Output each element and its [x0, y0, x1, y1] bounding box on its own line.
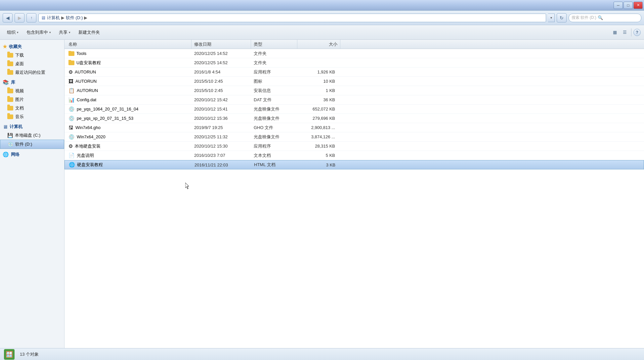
title-bar: ─ □ ✕: [0, 0, 644, 11]
file-date-cell: 2019/9/7 19:25: [192, 125, 251, 130]
sidebar-item-download[interactable]: 下载: [0, 51, 64, 60]
sidebar-item-drive-d[interactable]: 💿 软件 (D:): [0, 140, 64, 149]
sidebar-item-drive-c[interactable]: 💾 本地磁盘 (C:): [0, 131, 64, 140]
sidebar-network-header[interactable]: 🌐 网络: [0, 150, 64, 159]
file-name-cell: Tools: [66, 51, 192, 56]
organize-label: 组织: [7, 29, 16, 35]
pictures-label: 图片: [15, 97, 24, 103]
col-header-size[interactable]: 大小: [297, 40, 340, 49]
column-headers: 名称 修改日期 类型 大小: [64, 40, 644, 49]
sidebar-item-recent[interactable]: 最近访问的位置: [0, 68, 64, 77]
table-row[interactable]: 📄 光盘说明 2016/10/23 7:07 文本文档 5 KB: [64, 151, 644, 160]
download-label: 下载: [15, 52, 24, 58]
sidebar-favorites-section: ★ 收藏夹 下载 桌面 最近访问的位置: [0, 42, 64, 77]
drive-d-label: 软件 (D:): [15, 141, 32, 147]
new-folder-label: 新建文件夹: [78, 29, 100, 35]
table-row[interactable]: 💿 Win7x64_2020 2020/12/25 11:32 光盘映像文件 3…: [64, 132, 644, 142]
file-name: 本地硬盘安装: [75, 143, 101, 149]
table-row[interactable]: 🖼 AUTORUN 2015/5/10 2:45 图标 10 KB: [64, 77, 644, 86]
table-row[interactable]: ⚙ 本地硬盘安装 2020/10/12 15:30 应用程序 28,315 KB: [64, 142, 644, 151]
file-date-cell: 2015/5/10 2:45: [192, 88, 251, 93]
sidebar: ★ 收藏夹 下载 桌面 最近访问的位置 📚 库: [0, 40, 64, 348]
table-row[interactable]: 📋 AUTORUN 2015/5/10 2:45 安装信息 1 KB: [64, 86, 644, 95]
favorites-label: 收藏夹: [9, 44, 22, 50]
file-name-cell: 📄 光盘说明: [66, 153, 192, 158]
sidebar-item-pictures[interactable]: 图片: [0, 95, 64, 104]
table-row[interactable]: 🌐 硬盘安装教程 2016/11/21 22:03 HTML 文档 3 KB: [64, 160, 644, 169]
file-name: AUTORUN: [77, 88, 98, 93]
music-label: 音乐: [15, 114, 24, 120]
breadcrumb-computer[interactable]: 计算机: [47, 15, 60, 21]
maximize-button[interactable]: □: [623, 2, 633, 9]
download-folder-icon: [7, 53, 13, 58]
sidebar-favorites-header[interactable]: ★ 收藏夹: [0, 42, 64, 51]
music-folder-icon: [7, 114, 13, 119]
app-icon: 🪟: [4, 349, 15, 360]
file-name-cell: ⚙ AUTORUN: [66, 69, 192, 75]
table-row[interactable]: 💿 pe_yqs_1064_20_07_31_16_04 2020/10/12 …: [64, 105, 644, 114]
file-size-cell: 3 KB: [298, 162, 341, 167]
organize-button[interactable]: 组织 ▾: [3, 27, 22, 38]
table-row[interactable]: 💿 pe_yqs_xp_20_07_31_15_53 2020/10/12 15…: [64, 114, 644, 123]
sidebar-item-documents[interactable]: 文档: [0, 104, 64, 112]
table-row[interactable]: ⚙ AUTORUN 2016/1/8 4:54 应用程序 1,926 KB: [64, 68, 644, 77]
file-size-cell: 1 KB: [297, 88, 340, 93]
sidebar-libraries-header[interactable]: 📚 库: [0, 78, 64, 87]
file-name: 光盘说明: [77, 153, 94, 158]
view-details-button[interactable]: ☰: [621, 28, 629, 36]
refresh-button[interactable]: ↻: [557, 13, 567, 22]
search-button[interactable]: 🔍: [598, 15, 603, 20]
up-button[interactable]: ↑: [26, 13, 36, 22]
toolbar-separator: [631, 28, 631, 36]
table-row[interactable]: Tools 2020/12/25 14:52 文件夹: [64, 49, 644, 58]
file-name: Tools: [76, 51, 86, 56]
col-date-label: 修改日期: [194, 41, 211, 47]
file-name-cell: 📊 Config.dat: [66, 97, 192, 103]
computer-icon: 🖥: [3, 124, 8, 130]
sidebar-item-video[interactable]: 视频: [0, 87, 64, 95]
sidebar-item-music[interactable]: 音乐: [0, 112, 64, 121]
file-name-cell: U盘安装教程: [66, 60, 192, 66]
col-header-type[interactable]: 类型: [251, 40, 297, 49]
main-layout: ★ 收藏夹 下载 桌面 最近访问的位置 📚 库: [0, 40, 644, 348]
include-library-chevron: ▾: [49, 31, 51, 34]
pictures-folder-icon: [7, 97, 13, 102]
minimize-button[interactable]: ─: [614, 2, 623, 9]
close-button[interactable]: ✕: [633, 2, 643, 9]
share-button[interactable]: 共享 ▾: [55, 27, 74, 38]
table-row[interactable]: 📊 Config.dat 2020/10/12 15:42 DAT 文件 36 …: [64, 95, 644, 105]
include-library-label: 包含到库中: [26, 29, 48, 35]
file-name-cell: 🌐 硬盘安装教程: [66, 162, 192, 168]
table-row[interactable]: 🖫 Win7x64.gho 2019/9/7 19:25 GHO 文件 2,90…: [64, 123, 644, 132]
file-type-cell: DAT 文件: [251, 97, 297, 103]
view-toggle-button[interactable]: ▦: [611, 28, 619, 36]
forward-button[interactable]: ▶: [15, 13, 24, 22]
new-folder-button[interactable]: 新建文件夹: [75, 27, 104, 38]
sidebar-network-section: 🌐 网络: [0, 150, 64, 159]
file-type-cell: 光盘映像文件: [251, 134, 297, 140]
desktop-folder-icon: [7, 62, 13, 66]
file-type-cell: 文件夹: [251, 51, 297, 57]
help-button[interactable]: ?: [633, 29, 641, 36]
file-size-cell: 652,072 KB: [297, 107, 340, 112]
file-date-cell: 2015/5/10 2:45: [192, 79, 251, 84]
file-name: 硬盘安装教程: [77, 162, 103, 168]
breadcrumb-drive[interactable]: 软件 (D:): [66, 15, 83, 21]
status-count: 13 个对象: [20, 351, 39, 357]
file-date-cell: 2016/10/23 7:07: [192, 153, 251, 158]
table-row[interactable]: U盘安装教程 2020/12/25 14:52 文件夹: [64, 58, 644, 68]
col-header-name[interactable]: 名称: [66, 40, 192, 49]
include-library-button[interactable]: 包含到库中 ▾: [23, 27, 55, 38]
col-header-date[interactable]: 修改日期: [192, 40, 251, 49]
sidebar-item-desktop[interactable]: 桌面: [0, 60, 64, 68]
file-name-cell: 💿 pe_yqs_xp_20_07_31_15_53: [66, 115, 192, 121]
back-button[interactable]: ◀: [3, 13, 13, 22]
gho-icon: 🖫: [68, 125, 73, 130]
address-dropdown-btn[interactable]: ▾: [548, 14, 555, 22]
file-name-cell: 🖼 AUTORUN: [66, 78, 192, 84]
file-name: pe_yqs_1064_20_07_31_16_04: [77, 107, 139, 112]
drive-c-icon: 💾: [7, 133, 13, 138]
recent-label: 最近访问的位置: [15, 69, 45, 75]
sidebar-computer-header[interactable]: 🖥 计算机: [0, 122, 64, 131]
organize-chevron: ▾: [17, 31, 19, 34]
